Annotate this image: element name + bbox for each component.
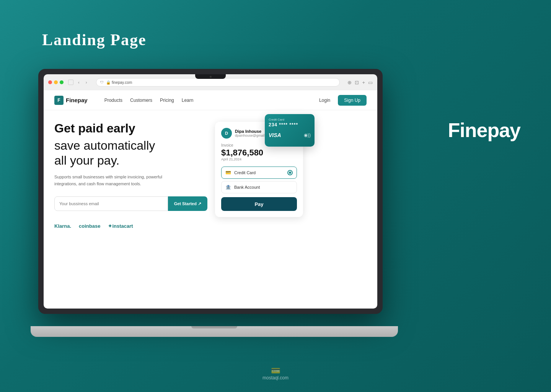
laptop-mockup: ‹ › 🛡 🔒 finepay.com ⊕ ⊡ + ▭	[38, 69, 390, 337]
nav-link-pricing[interactable]: Pricing	[160, 98, 174, 103]
hero-left: Get paid early save automaticallyall you…	[54, 122, 207, 229]
hero-right: D Dipa Inhouse dpainhouse@gmail.co Invoi…	[215, 122, 303, 217]
nav-logo[interactable]: F Finepay	[54, 96, 88, 105]
brand-name-right: Finepay	[448, 119, 521, 142]
web-page: F Finepay Products Customers Pricing Lea…	[44, 90, 377, 309]
close-button-tl[interactable]	[48, 80, 52, 84]
nav-links: Products Customers Pricing Learn	[104, 98, 305, 103]
logo-icon: F	[54, 96, 64, 105]
bank-icon: 🏦	[225, 185, 231, 190]
browser-square-btn[interactable]	[68, 80, 73, 85]
credit-card-label: Credit Card	[234, 170, 284, 175]
sidebar-icon[interactable]: ▭	[368, 80, 373, 85]
webcam-dot	[210, 76, 212, 78]
maximize-button-tl[interactable]	[60, 80, 64, 84]
hero-title-light: save automaticallyall your pay.	[54, 138, 207, 168]
email-input[interactable]	[54, 196, 168, 211]
watermark-logo: 💳	[262, 366, 289, 375]
new-tab-icon[interactable]: +	[362, 80, 365, 85]
partner-klarna: Klarna.	[54, 223, 71, 229]
email-form: Get Started ↗	[54, 196, 207, 211]
back-btn[interactable]: ‹	[77, 79, 81, 85]
floating-credit-card: Credit Card 234 **** **** VISA ◉))	[265, 114, 315, 147]
laptop-body: ‹ › 🛡 🔒 finepay.com ⊕ ⊡ + ▭	[38, 69, 383, 314]
partner-coinbase: coinbase	[79, 223, 100, 229]
page-title: Landing Page	[42, 31, 147, 49]
nfc-icon: ◉))	[304, 132, 311, 138]
hero-section: Get paid early save automaticallyall you…	[44, 110, 377, 240]
share-icon[interactable]: ⊕	[347, 80, 352, 85]
url-text: 🔒 finepay.com	[106, 80, 132, 85]
get-started-button[interactable]: Get Started ↗	[168, 196, 207, 211]
watermark: 💳 mostaql.com	[262, 366, 289, 381]
nav-link-products[interactable]: Products	[104, 98, 122, 103]
invoice-amount: $1,876,580	[221, 148, 297, 157]
minimize-button-tl[interactable]	[54, 80, 58, 84]
browser-actions: ⊕ ⊡ + ▭	[347, 80, 373, 85]
nav-link-customers[interactable]: Customers	[130, 98, 152, 103]
signup-button[interactable]: Sign Up	[338, 95, 367, 106]
forward-btn[interactable]: ›	[84, 79, 89, 85]
invoice-date: April 21,2024	[221, 157, 297, 161]
partner-logos: Klarna. coinbase ✦instacart	[54, 223, 207, 229]
pay-button[interactable]: Pay	[221, 197, 297, 211]
traffic-lights	[48, 80, 64, 84]
webcam-notch	[195, 74, 226, 79]
navigation: F Finepay Products Customers Pricing Lea…	[44, 90, 377, 110]
radio-inner	[289, 172, 291, 174]
nav-actions: Login Sign Up	[315, 95, 367, 106]
bank-account-label: Bank Account	[234, 185, 293, 189]
hero-title-bold: Get paid early	[54, 122, 207, 135]
card-number: 234 **** ****	[269, 122, 311, 127]
partner-instacart: ✦instacart	[108, 223, 133, 229]
watermark-text: mostaql.com	[262, 375, 289, 381]
login-button[interactable]: Login	[315, 95, 334, 105]
security-icon: 🛡	[100, 80, 104, 84]
url-bar[interactable]: 🛡 🔒 finepay.com	[96, 78, 340, 87]
bookmark-icon[interactable]: ⊡	[355, 80, 359, 85]
laptop-notch	[191, 326, 237, 328]
nav-link-learn[interactable]: Learn	[182, 98, 194, 103]
payment-method-bank-account[interactable]: 🏦 Bank Account	[221, 181, 297, 193]
credit-card-icon: 💳	[225, 170, 231, 175]
avatar: D	[221, 128, 232, 139]
credit-card-radio[interactable]	[287, 170, 293, 175]
screen-bezel: ‹ › 🛡 🔒 finepay.com ⊕ ⊡ + ▭	[44, 74, 377, 309]
laptop-base	[31, 326, 398, 337]
payment-methods: 💳 Credit Card 🏦 Bank Account	[221, 167, 297, 193]
card-bottom: VISA ◉))	[269, 132, 311, 138]
visa-brand: VISA	[269, 132, 281, 138]
logo-text: Finepay	[66, 97, 88, 103]
hero-subtitle: Supports small businesses with simple in…	[54, 174, 177, 187]
payment-method-credit-card[interactable]: 💳 Credit Card	[221, 167, 297, 179]
card-type-label: Credit Card	[269, 118, 311, 121]
